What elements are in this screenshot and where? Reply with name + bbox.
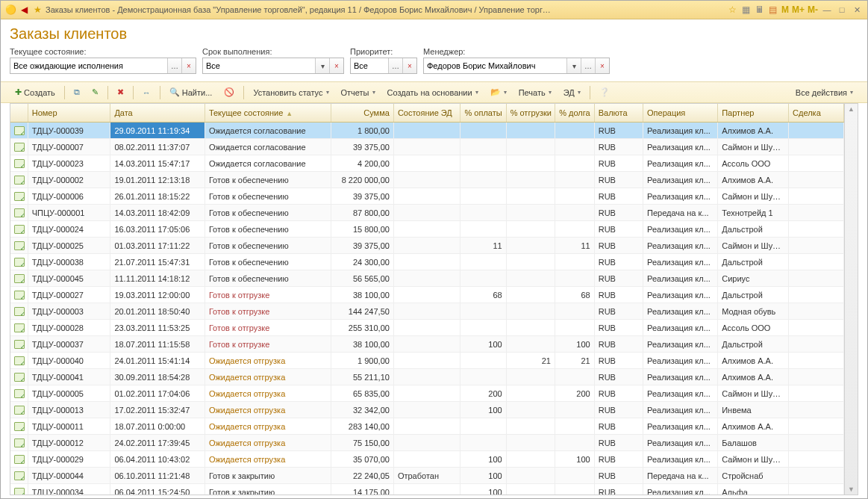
table-row[interactable]: ТДЦУ-00002314.03.2011 15:47:17Ожидается …	[10, 155, 844, 172]
table-row[interactable]: ТДЦУ-00003406.04.2011 15:24:50Готов к за…	[10, 484, 844, 496]
back-icon[interactable]: ◀	[19, 4, 29, 15]
table-row[interactable]: ТДЦУ-00000626.01.2011 18:15:22Готов к об…	[10, 188, 844, 205]
table-row[interactable]: ТДЦУ-00002416.03.2011 17:05:06Готов к об…	[10, 221, 844, 238]
cell-ed	[393, 336, 460, 353]
cell-sum: 35 070,00	[331, 451, 393, 468]
col-pay[interactable]: % оплаты	[460, 104, 506, 123]
cell-debt	[555, 188, 594, 205]
col-deal[interactable]: Сделка	[789, 104, 844, 123]
cell-number: ЧПЦУ-000001	[28, 205, 110, 221]
cell-currency: RUB	[594, 123, 643, 139]
col-currency[interactable]: Валюта	[594, 104, 643, 123]
col-icon[interactable]	[10, 104, 28, 123]
dropdown-icon[interactable]: ▾	[566, 58, 581, 73]
cell-ship	[506, 418, 555, 435]
table-row[interactable]: ТДЦУ-00003718.07.2011 11:15:58Готов к от…	[10, 336, 844, 353]
table-row[interactable]: ТДЦУ-00000219.01.2011 12:13:18Готов к об…	[10, 172, 844, 188]
all-actions-button[interactable]: Все действия▾	[790, 86, 858, 99]
ellipsis-icon[interactable]: …	[581, 58, 595, 73]
filter-state-label: Текущее состояние:	[10, 47, 196, 56]
grid-header[interactable]: Номер Дата Текущее состояние▲ Сумма Сост…	[10, 104, 844, 123]
cell-currency: RUB	[594, 254, 643, 270]
ellipsis-icon[interactable]: …	[167, 58, 181, 73]
filter-manager-input[interactable]	[424, 61, 566, 70]
table-row[interactable]: ТДЦУ-00000501.02.2011 17:04:06Ожидается …	[10, 385, 844, 402]
close-button[interactable]: ✕	[851, 5, 863, 15]
scroll-up-icon[interactable]: ▲	[848, 105, 855, 113]
table-row[interactable]: ТДЦУ-00000320.01.2011 18:50:40Готов к от…	[10, 303, 844, 320]
find-button[interactable]: 🔍Найти...	[164, 85, 218, 99]
create-based-button[interactable]: Создать на основании▾	[382, 86, 484, 99]
table-row[interactable]: ТДЦУ-00002906.04.2011 10:43:02Ожидается …	[10, 451, 844, 468]
set-status-button[interactable]: Установить статус▾	[248, 86, 334, 99]
filter-state-input[interactable]	[10, 61, 167, 70]
mminus-button[interactable]: M-	[808, 4, 818, 15]
ellipsis-icon[interactable]: …	[388, 58, 402, 73]
copy-button[interactable]: ⧉	[69, 85, 85, 99]
col-partner[interactable]: Партнер	[718, 104, 789, 123]
table-row[interactable]: ТДЦУ-00002719.03.2011 12:00:00Готов к от…	[10, 287, 844, 303]
col-ship[interactable]: % отгрузки	[506, 104, 555, 123]
orders-grid[interactable]: Номер Дата Текущее состояние▲ Сумма Сост…	[10, 103, 845, 495]
clear-icon[interactable]: ×	[595, 58, 609, 73]
table-row[interactable]: ТДЦУ-00000708.02.2011 11:37:07Ожидается …	[10, 139, 844, 155]
mplus-button[interactable]: M+	[792, 4, 805, 15]
ed-button[interactable]: ЭД▾	[558, 86, 586, 99]
table-row[interactable]: ТДЦУ-00001118.07.2011 0:00:00Ожидается о…	[10, 418, 844, 435]
row-icon	[10, 287, 28, 303]
col-debt[interactable]: % долга	[555, 104, 594, 123]
col-ed[interactable]: Состояние ЭД	[393, 104, 460, 123]
col-number[interactable]: Номер	[28, 104, 110, 123]
print-button[interactable]: Печать▾	[513, 86, 557, 99]
help-button[interactable]: ❔	[594, 85, 615, 99]
table-row[interactable]: ЧПЦУ-00000114.03.2011 18:42:09Готов к об…	[10, 205, 844, 221]
vertical-scrollbar[interactable]: ▲ ▼	[845, 103, 858, 495]
attach-button[interactable]: 📂▾	[485, 85, 512, 99]
table-row[interactable]: ТДЦУ-00004024.01.2011 15:41:14Ожидается …	[10, 353, 844, 369]
fav-icon[interactable]: ★	[32, 4, 43, 15]
clear-icon[interactable]: ×	[402, 58, 416, 73]
table-row[interactable]: ТДЦУ-00002501.03.2011 17:11:22Готов к об…	[10, 238, 844, 254]
clear-icon[interactable]: ×	[181, 58, 196, 73]
cell-number: ТДЦУ-000006	[28, 188, 110, 205]
cell-ship	[506, 369, 555, 385]
col-operation[interactable]: Операция	[643, 104, 718, 123]
table-row[interactable]: ТДЦУ-00003821.07.2011 15:47:31Готов к об…	[10, 254, 844, 270]
reports-button[interactable]: Отчеты▾	[336, 86, 381, 99]
m-button[interactable]: M	[781, 4, 789, 15]
col-sum[interactable]: Сумма	[331, 104, 393, 123]
table-row[interactable]: ТДЦУ-00004406.10.2011 11:21:48Готов к за…	[10, 468, 844, 484]
clear-find-button[interactable]: 🚫	[219, 85, 240, 99]
table-row[interactable]: ТДЦУ-00004511.11.2011 14:18:12Готов к об…	[10, 270, 844, 287]
cell-debt	[555, 468, 594, 484]
calendar-icon[interactable]: ▤	[768, 4, 778, 15]
cell-currency: RUB	[594, 188, 643, 205]
filter-deadline-input[interactable]	[203, 61, 315, 70]
dropdown-icon[interactable]: ▾	[315, 58, 329, 73]
filter-priority[interactable]: … ×	[350, 58, 417, 74]
bookmark-icon[interactable]: ☆	[728, 4, 738, 15]
table-row[interactable]: ТДЦУ-00002823.03.2011 11:53:25Готов к от…	[10, 320, 844, 336]
table-row[interactable]: ТДЦУ-00004130.09.2011 18:54:28Ожидается …	[10, 369, 844, 385]
col-date[interactable]: Дата	[110, 104, 205, 123]
tool-icon[interactable]: ▦	[741, 4, 752, 15]
table-row[interactable]: ТДЦУ-00001317.02.2011 15:32:47Ожидается …	[10, 402, 844, 418]
col-state[interactable]: Текущее состояние▲	[204, 104, 331, 123]
table-row[interactable]: ТДЦУ-00003929.09.2011 11:19:34Ожидается …	[10, 123, 844, 139]
filter-state[interactable]: … ×	[10, 58, 196, 74]
clear-icon[interactable]: ×	[329, 58, 343, 73]
maximize-button[interactable]: □	[836, 5, 848, 14]
calc-icon[interactable]: 🖩	[755, 4, 765, 15]
delete-button[interactable]: ✖	[112, 85, 129, 99]
filter-deadline[interactable]: ▾ ×	[202, 58, 344, 74]
cell-deal	[789, 287, 844, 303]
table-row[interactable]: ТДЦУ-00001224.02.2011 17:39:45Ожидается …	[10, 435, 844, 451]
create-button[interactable]: ✚Создать	[10, 85, 60, 99]
filter-priority-input[interactable]	[351, 61, 388, 70]
filter-manager[interactable]: ▾ … ×	[423, 58, 610, 74]
cell-date: 18.07.2011 0:00:00	[110, 418, 205, 435]
edit-button[interactable]: ✎	[87, 85, 104, 99]
minimize-button[interactable]: —	[821, 5, 833, 14]
scroll-down-icon[interactable]: ▼	[848, 486, 855, 493]
refresh-button[interactable]: ↔	[137, 86, 156, 99]
